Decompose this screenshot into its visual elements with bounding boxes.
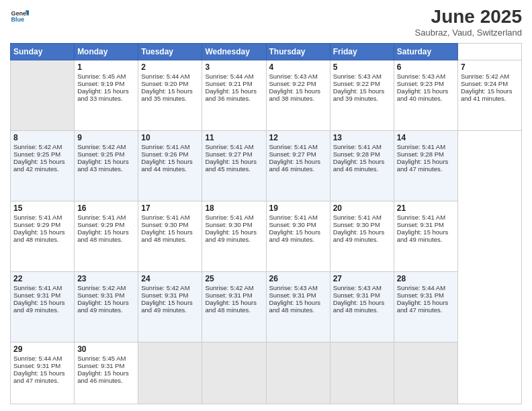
calendar-cell: 11Sunrise: 5:41 AMSunset: 9:27 PMDayligh…: [202, 130, 266, 201]
daylight-text: Daylight: 15 hours and 38 minutes.: [269, 87, 321, 102]
sunrise-text: Sunrise: 5:43 AM: [333, 284, 382, 291]
sunrise-text: Sunrise: 5:41 AM: [205, 143, 253, 150]
title-block: June 2025 Saubraz, Vaud, Switzerland: [415, 7, 522, 38]
day-number: 7: [461, 62, 519, 72]
calendar-cell: 29Sunrise: 5:44 AMSunset: 9:31 PMDayligh…: [11, 342, 75, 404]
calendar-cell: 7Sunrise: 5:42 AMSunset: 9:24 PMDaylight…: [457, 60, 521, 130]
daylight-text: Daylight: 15 hours and 48 minutes.: [13, 228, 65, 243]
calendar-cell: 1Sunrise: 5:45 AMSunset: 9:19 PMDaylight…: [75, 60, 138, 130]
day-number: 11: [205, 133, 263, 142]
day-number: 26: [269, 274, 327, 283]
day-number: 17: [141, 203, 199, 213]
sunset-text: Sunset: 9:20 PM: [141, 80, 188, 87]
calendar-cell: 20Sunrise: 5:41 AMSunset: 9:30 PMDayligh…: [330, 201, 394, 272]
col-header-wednesday: Wednesday: [202, 43, 266, 60]
sunset-text: Sunset: 9:31 PM: [333, 291, 380, 299]
logo-icon: General Blue: [10, 7, 29, 26]
sunset-text: Sunset: 9:26 PM: [141, 150, 188, 158]
calendar-cell: 18Sunrise: 5:41 AMSunset: 9:30 PMDayligh…: [202, 201, 266, 272]
day-number: 30: [77, 345, 135, 354]
calendar-cell: 5Sunrise: 5:43 AMSunset: 9:22 PMDaylight…: [330, 60, 394, 130]
calendar-cell: 4Sunrise: 5:43 AMSunset: 9:22 PMDaylight…: [266, 60, 330, 130]
calendar-cell: 30Sunrise: 5:45 AMSunset: 9:31 PMDayligh…: [75, 342, 138, 404]
sunrise-text: Sunrise: 5:44 AM: [141, 73, 189, 80]
daylight-text: Daylight: 15 hours and 49 minutes.: [333, 228, 385, 243]
calendar-cell: 10Sunrise: 5:41 AMSunset: 9:26 PMDayligh…: [138, 130, 202, 201]
sunset-text: Sunset: 9:31 PM: [397, 291, 444, 299]
sunset-text: Sunset: 9:31 PM: [205, 291, 252, 299]
calendar-cell: 17Sunrise: 5:41 AMSunset: 9:30 PMDayligh…: [138, 201, 202, 272]
sunrise-text: Sunrise: 5:45 AM: [77, 73, 126, 80]
calendar-cell: 2Sunrise: 5:44 AMSunset: 9:20 PMDaylight…: [138, 60, 202, 130]
header: General Blue June 2025 Saubraz, Vaud, Sw…: [10, 7, 522, 38]
day-number: 10: [141, 133, 199, 142]
daylight-text: Daylight: 15 hours and 48 minutes.: [77, 228, 129, 243]
day-number: 5: [333, 62, 391, 72]
sunrise-text: Sunrise: 5:44 AM: [397, 284, 445, 291]
sunrise-text: Sunrise: 5:42 AM: [461, 73, 509, 80]
calendar-cell: 15Sunrise: 5:41 AMSunset: 9:29 PMDayligh…: [11, 201, 75, 272]
sunrise-text: Sunrise: 5:43 AM: [269, 73, 318, 80]
calendar-cell: 28Sunrise: 5:44 AMSunset: 9:31 PMDayligh…: [394, 272, 457, 342]
sunset-text: Sunset: 9:31 PM: [77, 362, 124, 369]
calendar-cell: [11, 60, 75, 130]
daylight-text: Daylight: 15 hours and 49 minutes.: [205, 228, 257, 243]
day-number: 23: [77, 274, 135, 283]
daylight-text: Daylight: 15 hours and 41 minutes.: [461, 87, 513, 102]
daylight-text: Daylight: 15 hours and 40 minutes.: [397, 87, 449, 102]
calendar-cell: [202, 342, 266, 404]
col-header-saturday: Saturday: [394, 43, 457, 60]
day-number: 25: [205, 274, 263, 283]
sunset-text: Sunset: 9:28 PM: [333, 150, 380, 158]
sunrise-text: Sunrise: 5:41 AM: [141, 214, 189, 221]
sunrise-text: Sunrise: 5:41 AM: [205, 214, 253, 221]
sunset-text: Sunset: 9:31 PM: [77, 291, 124, 299]
daylight-text: Daylight: 15 hours and 49 minutes.: [13, 299, 65, 314]
daylight-text: Daylight: 15 hours and 49 minutes.: [397, 228, 449, 243]
day-number: 28: [397, 274, 455, 283]
day-number: 16: [77, 203, 135, 213]
daylight-text: Daylight: 15 hours and 46 minutes.: [269, 158, 321, 173]
daylight-text: Daylight: 15 hours and 44 minutes.: [141, 158, 193, 173]
daylight-text: Daylight: 15 hours and 36 minutes.: [205, 87, 257, 102]
col-header-tuesday: Tuesday: [138, 43, 202, 60]
calendar-cell: 9Sunrise: 5:42 AMSunset: 9:25 PMDaylight…: [75, 130, 138, 201]
svg-text:Blue: Blue: [11, 16, 24, 23]
calendar-cell: 26Sunrise: 5:43 AMSunset: 9:31 PMDayligh…: [266, 272, 330, 342]
sunset-text: Sunset: 9:19 PM: [77, 80, 124, 87]
sunset-text: Sunset: 9:30 PM: [269, 221, 316, 228]
sunrise-text: Sunrise: 5:44 AM: [205, 73, 253, 80]
sunset-text: Sunset: 9:27 PM: [205, 150, 252, 158]
sunrise-text: Sunrise: 5:42 AM: [141, 284, 189, 291]
calendar-cell: 25Sunrise: 5:42 AMSunset: 9:31 PMDayligh…: [202, 272, 266, 342]
day-number: 21: [397, 203, 455, 213]
sunrise-text: Sunrise: 5:43 AM: [397, 73, 445, 80]
calendar-cell: 21Sunrise: 5:41 AMSunset: 9:31 PMDayligh…: [394, 201, 457, 272]
day-number: 22: [13, 274, 71, 283]
calendar-cell: 16Sunrise: 5:41 AMSunset: 9:29 PMDayligh…: [75, 201, 138, 272]
daylight-text: Daylight: 15 hours and 48 minutes.: [205, 299, 257, 314]
sunrise-text: Sunrise: 5:41 AM: [141, 143, 189, 150]
day-number: 3: [205, 62, 263, 72]
sunrise-text: Sunrise: 5:41 AM: [269, 143, 318, 150]
page: General Blue June 2025 Saubraz, Vaud, Sw…: [0, 0, 532, 411]
sunrise-text: Sunrise: 5:42 AM: [77, 143, 126, 150]
sunrise-text: Sunrise: 5:41 AM: [13, 284, 62, 291]
day-number: 19: [269, 203, 327, 213]
sunrise-text: Sunrise: 5:41 AM: [77, 214, 126, 221]
daylight-text: Daylight: 15 hours and 47 minutes.: [397, 299, 449, 314]
sunrise-text: Sunrise: 5:42 AM: [205, 284, 253, 291]
sunrise-text: Sunrise: 5:41 AM: [269, 214, 318, 221]
day-number: 18: [205, 203, 263, 213]
daylight-text: Daylight: 15 hours and 49 minutes.: [77, 299, 129, 314]
sunset-text: Sunset: 9:22 PM: [269, 80, 316, 87]
sunset-text: Sunset: 9:31 PM: [397, 221, 444, 228]
daylight-text: Daylight: 15 hours and 47 minutes.: [397, 158, 449, 173]
sunrise-text: Sunrise: 5:41 AM: [397, 143, 445, 150]
daylight-text: Daylight: 15 hours and 46 minutes.: [77, 369, 129, 384]
sunrise-text: Sunrise: 5:43 AM: [269, 284, 318, 291]
daylight-text: Daylight: 15 hours and 45 minutes.: [205, 158, 257, 173]
sunset-text: Sunset: 9:27 PM: [269, 150, 316, 158]
sunset-text: Sunset: 9:30 PM: [205, 221, 252, 228]
daylight-text: Daylight: 15 hours and 42 minutes.: [13, 158, 65, 173]
